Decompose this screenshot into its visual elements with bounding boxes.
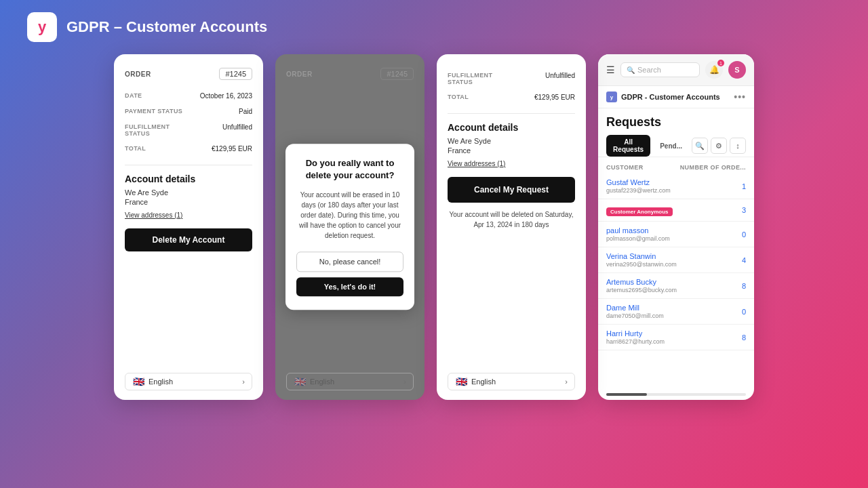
- chevron-right-icon: ›: [242, 378, 245, 386]
- app-title: GDPR – Customer Accounts: [66, 18, 267, 36]
- customer-email: polmasson@gmail.com: [606, 235, 670, 242]
- customer-email: gustaf2239@wertz.com: [606, 187, 671, 194]
- cancel-request-button[interactable]: Cancel My Request: [448, 177, 575, 203]
- tab-pending[interactable]: Pend...: [653, 139, 689, 153]
- c3-fulfillment-label: FULFILLMENT STATUS: [448, 72, 511, 85]
- order-count: 8: [735, 282, 746, 290]
- bg-chevron-icon: ›: [403, 378, 406, 386]
- customer-row[interactable]: paul masson polmasson@gmail.com 0: [598, 222, 754, 247]
- account-country: France: [125, 198, 252, 206]
- search-box[interactable]: 🔍 Search: [620, 62, 700, 77]
- col-customer: Customer: [606, 164, 644, 171]
- scrollbar-track[interactable]: [606, 393, 746, 396]
- customer-email: artemus2695@bucky.com: [606, 287, 677, 293]
- account-details-title: Account details: [125, 174, 252, 184]
- c3-total-row: TOTAL €129,95 EUR: [448, 89, 575, 105]
- tab-all-requests[interactable]: All Requests: [606, 135, 650, 157]
- delete-account-button[interactable]: Delete My Account: [125, 228, 252, 251]
- c3-language-label: English: [471, 378, 496, 386]
- sort-icon[interactable]: ↕: [730, 138, 746, 154]
- fulfillment-value: Unfulfilled: [189, 123, 252, 131]
- hamburger-icon[interactable]: ☰: [606, 64, 615, 75]
- card1-order-details: ORDER #1245 DATE October 16, 2023 PAYMEN…: [114, 54, 263, 400]
- delete-confirmation-modal: Do you really want to delete your accoun…: [285, 144, 414, 310]
- bg-language-selector: 🇬🇧 English ›: [286, 373, 414, 390]
- app-bar-name: GDPR - Customer Accounts: [621, 93, 720, 101]
- user-avatar-button[interactable]: S: [728, 61, 746, 79]
- flag-icon: 🇬🇧: [132, 378, 144, 386]
- c3-account-details-title: Account details: [448, 122, 575, 133]
- card2-delete-modal-wrapper: ORDER #1245 🇬🇧 English › Do you really w…: [275, 54, 425, 400]
- modal-title: Do you really want to delete your accoun…: [296, 157, 403, 182]
- no-cancel-button[interactable]: No, please cancel!: [296, 252, 403, 272]
- c3-fulfillment-row: FULFILLMENT STATUS Unfulfilled: [448, 68, 575, 89]
- order-count: 8: [735, 333, 746, 342]
- customer-row[interactable]: Gustaf Wertz gustaf2239@wertz.com 1: [598, 174, 754, 199]
- notification-button[interactable]: 🔔 1: [705, 61, 723, 79]
- more-options-icon[interactable]: •••: [734, 92, 746, 102]
- c3-fulfillment-value: Unfulfilled: [511, 72, 575, 79]
- customer-email: harri8627@hurty.com: [606, 338, 665, 345]
- customer-name: Gustaf Wertz: [606, 178, 671, 186]
- view-addresses-link[interactable]: View addresses (1): [125, 211, 252, 219]
- c3-view-addresses-link[interactable]: View addresses (1): [448, 160, 575, 167]
- bg-language-label: English: [310, 378, 334, 386]
- cards-container: ORDER #1245 DATE October 16, 2023 PAYMEN…: [0, 54, 868, 488]
- total-value: €129,95 EUR: [189, 145, 252, 152]
- card4-admin-panel: ☰ 🔍 Search 🔔 1 S y GDPR - Customer Accou…: [598, 54, 754, 400]
- customer-name: Artemus Bucky: [606, 278, 677, 286]
- app-bar-logo: y: [606, 92, 617, 102]
- bg-order-label: ORDER: [286, 70, 313, 78]
- order-header-row: ORDER #1245: [125, 68, 252, 80]
- table-header: Customer Number of Orde...: [598, 161, 754, 174]
- yes-confirm-button[interactable]: Yes, let's do it!: [296, 278, 403, 297]
- total-row: TOTAL €129,95 EUR: [125, 141, 252, 157]
- scrollbar-thumb[interactable]: [606, 393, 647, 396]
- customer-row[interactable]: Verina Stanwin verina2950@stanwin.com 4: [598, 247, 754, 273]
- filter-icon[interactable]: ⚙: [711, 138, 727, 154]
- customer-row[interactable]: Artemus Bucky artemus2695@bucky.com 8: [598, 273, 754, 299]
- customer-name: Harri Hurty: [606, 329, 665, 338]
- tabs-bar: All Requests Pend... 🔍 ⚙ ↕: [598, 135, 754, 157]
- total-label: TOTAL: [125, 145, 189, 152]
- c3-flag-icon: 🇬🇧: [455, 378, 467, 386]
- customer-row[interactable]: Customer Anonymous 3: [598, 199, 754, 222]
- customer-email: dame7050@mill.com: [606, 312, 664, 319]
- customer-email: verina2950@stanwin.com: [606, 261, 677, 268]
- customer-row[interactable]: Harri Hurty harri8627@hurty.com 8: [598, 325, 754, 350]
- divider: [125, 165, 252, 165]
- top-bar: y GDPR – Customer Accounts: [0, 0, 868, 54]
- fulfillment-label: FULFILLMENT STATUS: [125, 123, 189, 137]
- bg-order-number: #1245: [380, 68, 414, 80]
- c3-account-country: France: [448, 146, 575, 155]
- search-filter-icon[interactable]: 🔍: [692, 138, 708, 154]
- order-count: 3: [735, 206, 746, 214]
- c3-total-label: TOTAL: [448, 94, 511, 100]
- customer-list: Gustaf Wertz gustaf2239@wertz.com 1 Cust…: [598, 174, 754, 389]
- order-count: 0: [735, 308, 746, 316]
- order-label: ORDER: [125, 70, 151, 78]
- bg-flag-icon: 🇬🇧: [294, 378, 306, 386]
- customer-name: Verina Stanwin: [606, 252, 677, 260]
- modal-body: Your account will be erased in 10 days (…: [296, 190, 403, 241]
- date-label: DATE: [125, 92, 189, 99]
- customer-row[interactable]: Dame Mill dame7050@mill.com 0: [598, 299, 754, 325]
- payment-value: Paid: [189, 108, 252, 115]
- c3-chevron-icon: ›: [565, 378, 568, 386]
- c3-total-value: €129,95 EUR: [511, 94, 575, 101]
- language-label: English: [149, 378, 173, 386]
- payment-row: PAYMENT STATUS Paid: [125, 104, 252, 119]
- language-selector[interactable]: 🇬🇧 English ›: [125, 373, 252, 390]
- app-bar: y GDPR - Customer Accounts •••: [598, 86, 754, 108]
- order-count: 0: [735, 230, 746, 239]
- search-icon: 🔍: [627, 66, 635, 74]
- col-orders: Number of Orde...: [680, 164, 746, 171]
- payment-label: PAYMENT STATUS: [125, 108, 189, 115]
- order-number-badge: #1245: [219, 68, 252, 80]
- c3-account-name: We Are Syde: [448, 137, 575, 145]
- date-value: October 16, 2023: [189, 92, 252, 100]
- account-name: We Are Syde: [125, 188, 252, 197]
- customer-name: Dame Mill: [606, 304, 664, 312]
- c3-divider: [448, 113, 575, 114]
- c3-language-selector[interactable]: 🇬🇧 English ›: [448, 373, 575, 390]
